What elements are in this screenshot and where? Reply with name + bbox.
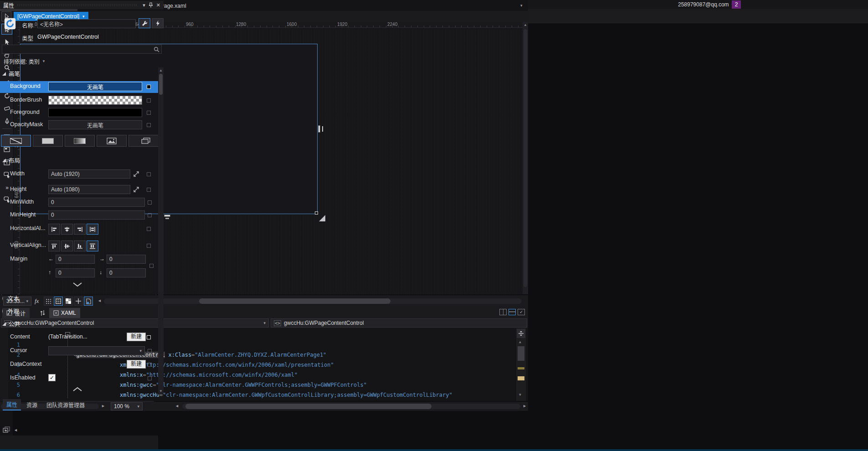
property-marker[interactable] — [147, 227, 151, 231]
section-layout[interactable]: 布局 — [2, 156, 20, 164]
scroll-left-icon[interactable]: ◄ — [14, 428, 18, 432]
snapping-button[interactable] — [74, 297, 83, 306]
property-row-foreground[interactable]: Foreground — [0, 107, 159, 119]
property-marker[interactable] — [147, 98, 151, 102]
scroll-up-icon[interactable]: ▲ — [519, 340, 521, 344]
halign-left-button[interactable] — [48, 224, 60, 235]
pin-icon[interactable] — [149, 2, 153, 8]
property-marker[interactable] — [147, 335, 151, 339]
valign-top-button[interactable] — [48, 241, 60, 251]
section-brushes[interactable]: 画笔 — [2, 69, 20, 78]
resize-corner-triangle-icon[interactable] — [319, 215, 325, 221]
expand-more-chevron[interactable] — [73, 282, 82, 287]
margin-left-input[interactable]: 0 — [56, 255, 95, 264]
scrollbar-thumb[interactable] — [185, 404, 431, 409]
expand-pane-button[interactable]: ✓ — [518, 309, 525, 315]
tab-properties[interactable]: 属性 — [3, 399, 21, 410]
show-annotations-button[interactable] — [84, 297, 93, 306]
halign-stretch-button[interactable] — [87, 224, 98, 235]
solid-brush-tab[interactable] — [33, 135, 63, 147]
scroll-down-icon[interactable]: ▼ — [159, 389, 163, 393]
scroll-down-icon[interactable]: ▼ — [519, 393, 521, 397]
code-scrollbar-horizontal[interactable] — [182, 404, 520, 409]
property-marker[interactable] — [148, 363, 152, 367]
property-row-content[interactable]: Content (TabTransition... 新建 — [0, 332, 159, 343]
window-position-icon[interactable]: ▾ — [143, 3, 145, 8]
dock-layout-icon[interactable] — [3, 426, 10, 433]
datacontext-new-button[interactable]: 新建 — [127, 360, 146, 369]
width-input[interactable]: Auto (1920) — [48, 169, 130, 179]
property-row-minwidth[interactable]: MinWidth 0 — [0, 197, 159, 209]
tab-team-explorer[interactable]: 团队资源管理器 — [43, 400, 88, 410]
scrollbar-thumb[interactable] — [524, 29, 527, 287]
background-brush-value[interactable]: 无画笔 — [48, 82, 142, 91]
tab-list-chevron[interactable]: ▾ — [520, 4, 523, 8]
isenabled-checkbox[interactable]: ✓ — [48, 374, 56, 381]
property-row-width[interactable]: Width Auto (1920) — [0, 169, 159, 180]
gradient-brush-tab[interactable] — [65, 135, 95, 147]
resize-handle-corner[interactable] — [315, 211, 318, 215]
opacitymask-value[interactable]: 无画笔 — [48, 120, 142, 129]
property-marker[interactable] — [148, 349, 152, 353]
minheight-input[interactable]: 0 — [48, 210, 145, 220]
split-vertical-button[interactable] — [499, 309, 507, 315]
property-row-opacitymask[interactable]: OpacityMask 无画笔 — [0, 119, 159, 131]
property-marker[interactable] — [147, 123, 151, 127]
scroll-left-icon[interactable]: ◄ — [98, 299, 102, 303]
scrollbar-thumb[interactable] — [199, 298, 390, 304]
account-menu[interactable]: 258979087@qq.com ▾ — [678, 0, 734, 9]
tile-image-brush-tab[interactable] — [97, 135, 127, 147]
properties-scrollbar[interactable]: ▲ ▼ — [158, 67, 164, 395]
property-search-input[interactable] — [2, 45, 162, 54]
property-marker[interactable] — [148, 376, 152, 380]
foreground-swatch[interactable] — [48, 108, 142, 117]
scroll-up-icon[interactable]: ▲ — [524, 23, 527, 27]
property-marker[interactable] — [147, 111, 151, 115]
auto-size-icon[interactable] — [134, 171, 139, 177]
no-brush-tab[interactable] — [1, 135, 31, 147]
xaml-breadcrumb-right[interactable]: <> gwccHu:GWPageContentControl — [271, 318, 527, 328]
property-row-minheight[interactable]: MinHeight 0 — [0, 210, 159, 221]
resize-handle-bottom[interactable] — [164, 215, 170, 217]
halign-center-button[interactable] — [61, 224, 73, 235]
splitter-handle[interactable] — [517, 329, 525, 338]
snap-grid-button[interactable] — [54, 297, 63, 306]
scrollbar-thumb[interactable] — [518, 346, 524, 361]
valign-bottom-button[interactable] — [74, 241, 86, 251]
section-text[interactable]: 文本 — [2, 294, 19, 302]
designer-scrollbar-vertical[interactable]: ▲ — [523, 22, 528, 294]
property-row-isenabled[interactable]: IsEnabled ✓ — [0, 373, 159, 384]
close-icon[interactable]: ✕ — [156, 3, 160, 8]
show-grid-button[interactable] — [44, 297, 53, 306]
events-mode-button[interactable] — [152, 18, 164, 28]
effects-fx-icon[interactable]: fx — [35, 297, 39, 305]
snap-to-snaplines-button[interactable] — [64, 297, 73, 306]
property-row-background[interactable]: Background 无画笔 — [0, 81, 159, 93]
resize-handle-right[interactable] — [318, 125, 320, 133]
property-marker[interactable] — [147, 244, 151, 248]
arrange-by-dropdown[interactable]: 排列依据: 类别 ▾ — [4, 57, 45, 65]
tab-resources[interactable]: 资源 — [23, 400, 41, 410]
name-input[interactable]: <无名称> — [37, 19, 136, 28]
property-marker[interactable] — [148, 213, 152, 217]
property-marker[interactable] — [149, 264, 154, 268]
section-appearance[interactable]: 外观 — [2, 307, 19, 315]
scroll-right-icon[interactable]: ► — [523, 404, 527, 408]
property-row-borderbrush[interactable]: BorderBrush — [0, 95, 159, 107]
valign-center-button[interactable] — [61, 241, 73, 251]
avatar[interactable]: 2 — [732, 0, 741, 9]
split-horizontal-button[interactable] — [508, 309, 516, 315]
margin-top-input[interactable]: 0 — [56, 268, 95, 277]
margin-bottom-input[interactable]: 0 — [107, 268, 146, 277]
cursor-dropdown[interactable]: ▾ — [48, 346, 145, 355]
brush-resource-tab[interactable] — [128, 135, 163, 147]
properties-mode-button[interactable] — [139, 18, 150, 28]
xaml-breadcrumb-left[interactable]: <> gwccHu:GWPageContentControl ▾ — [1, 318, 269, 328]
property-marker[interactable] — [147, 85, 151, 89]
property-marker[interactable] — [147, 188, 151, 192]
designer-scrollbar-horizontal[interactable] — [104, 298, 522, 304]
scroll-up-icon[interactable]: ▲ — [159, 68, 163, 72]
code-scrollbar-vertical[interactable]: ▲ ▼ — [516, 328, 526, 401]
tab-xaml-view[interactable]: XAML — [49, 308, 80, 318]
height-input[interactable]: Auto (1080) — [48, 185, 130, 194]
